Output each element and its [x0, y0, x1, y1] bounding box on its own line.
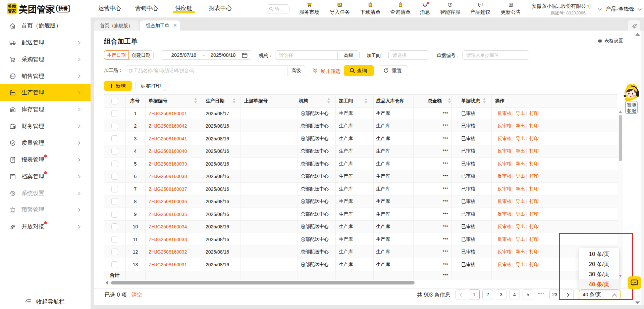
- svg-text:BUY: BUY: [10, 75, 15, 77]
